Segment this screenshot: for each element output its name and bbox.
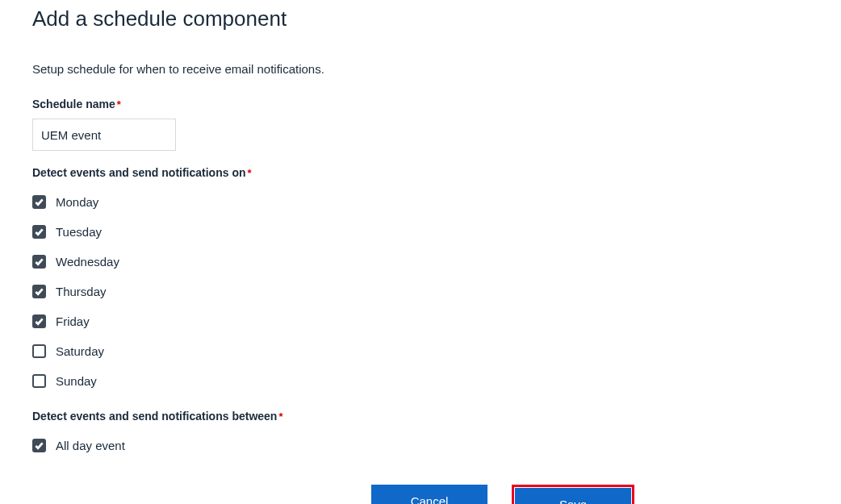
check-icon xyxy=(35,317,44,326)
day-checkbox[interactable] xyxy=(32,225,46,239)
all-day-checkbox[interactable] xyxy=(32,439,46,452)
day-row: Thursday xyxy=(32,277,841,306)
all-day-row: All day event xyxy=(32,431,841,460)
cancel-button[interactable]: Cancel xyxy=(371,485,487,504)
day-row: Sunday xyxy=(32,366,841,396)
day-row: Saturday xyxy=(32,336,841,366)
save-highlight: Save xyxy=(512,485,634,504)
day-checkbox[interactable] xyxy=(32,285,46,298)
save-button[interactable]: Save xyxy=(515,488,631,504)
day-row: Wednesday xyxy=(32,247,841,277)
day-label[interactable]: Thursday xyxy=(56,285,107,298)
check-icon xyxy=(35,287,44,296)
required-marker: * xyxy=(278,410,282,423)
required-marker: * xyxy=(117,98,121,110)
day-row: Tuesday xyxy=(32,217,841,247)
required-marker: * xyxy=(248,167,252,179)
check-icon xyxy=(35,198,44,206)
all-day-label[interactable]: All day event xyxy=(56,439,125,452)
day-checkbox[interactable] xyxy=(32,314,46,328)
day-label[interactable]: Tuesday xyxy=(56,225,102,239)
day-checkbox[interactable] xyxy=(32,344,46,358)
page-description: Setup schedule for when to receive email… xyxy=(32,62,841,76)
day-checkbox[interactable] xyxy=(32,195,46,209)
day-label[interactable]: Sunday xyxy=(56,374,97,388)
schedule-name-field: Schedule name* xyxy=(32,97,841,151)
schedule-name-input[interactable] xyxy=(32,119,176,151)
day-checkbox[interactable] xyxy=(32,374,46,388)
schedule-name-label: Schedule name xyxy=(32,98,115,110)
between-section: Detect events and send notifications bet… xyxy=(32,409,841,460)
day-row: Monday xyxy=(32,187,841,217)
between-section-label: Detect events and send notifications bet… xyxy=(32,410,277,423)
check-icon xyxy=(35,441,44,450)
day-checkbox[interactable] xyxy=(32,255,46,269)
day-label[interactable]: Wednesday xyxy=(56,255,119,269)
day-label[interactable]: Monday xyxy=(56,195,98,209)
check-icon xyxy=(35,257,44,266)
day-label[interactable]: Friday xyxy=(56,314,90,328)
button-row: Cancel Save xyxy=(371,485,841,504)
page-title: Add a schedule component xyxy=(32,6,841,31)
days-section: Detect events and send notifications on*… xyxy=(32,165,841,396)
day-label[interactable]: Saturday xyxy=(56,344,104,358)
check-icon xyxy=(35,227,44,236)
days-section-label: Detect events and send notifications on xyxy=(32,166,246,179)
day-row: Friday xyxy=(32,306,841,336)
